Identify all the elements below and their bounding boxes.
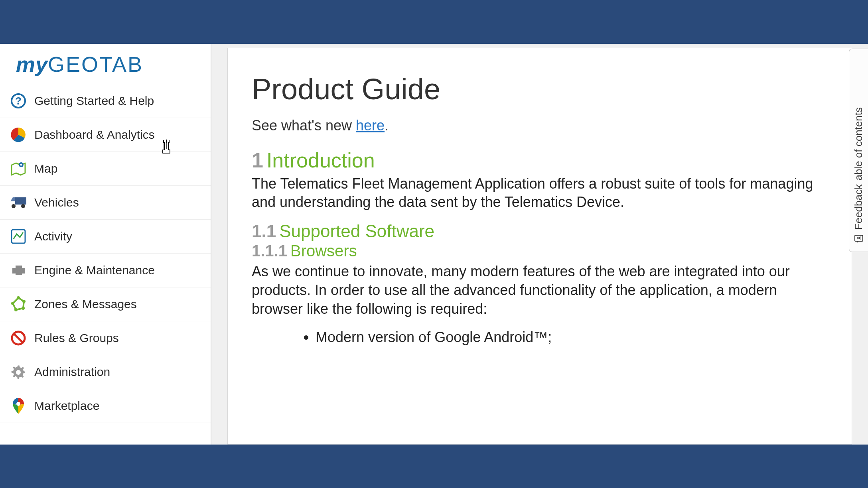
section-1-body: The Telematics Fleet Management Applicat… bbox=[252, 175, 828, 212]
pie-chart-icon bbox=[10, 126, 27, 144]
marketplace-icon bbox=[10, 397, 27, 415]
sidebar-item-label: Activity bbox=[34, 230, 72, 243]
section-number: 1.1 bbox=[252, 221, 276, 241]
prohibit-icon bbox=[10, 329, 27, 347]
section-number: 1.1.1 bbox=[252, 242, 287, 260]
sidebar-item-label: Marketplace bbox=[34, 399, 99, 413]
feedback-tab-label: Feedback bbox=[852, 184, 865, 230]
activity-icon bbox=[10, 228, 27, 245]
section-title: Introduction bbox=[266, 149, 375, 172]
sidebar: myGEOTAB ? Getting Started & Help Dashbo… bbox=[0, 44, 211, 445]
whats-new-link[interactable]: here bbox=[356, 117, 385, 134]
svg-text:?: ? bbox=[15, 95, 22, 107]
svg-point-5 bbox=[12, 204, 16, 208]
help-icon: ? bbox=[10, 92, 27, 110]
section-number: 1 bbox=[252, 149, 263, 172]
sidebar-item-label: Map bbox=[34, 162, 57, 175]
svg-point-11 bbox=[22, 307, 25, 310]
section-title: Supported Software bbox=[279, 221, 434, 241]
sidebar-item-rules[interactable]: Rules & Groups bbox=[0, 321, 211, 355]
sidebar-item-label: Engine & Maintenance bbox=[34, 264, 155, 277]
sidebar-item-label: Administration bbox=[34, 365, 110, 379]
sidebar-item-vehicles[interactable]: Vehicles bbox=[0, 186, 211, 220]
sidebar-item-engine[interactable]: Engine & Maintenance bbox=[0, 254, 211, 287]
sidebar-item-getting-started[interactable]: ? Getting Started & Help bbox=[0, 84, 211, 118]
sidebar-item-zones[interactable]: Zones & Messages bbox=[0, 287, 211, 321]
svg-point-17 bbox=[16, 402, 20, 406]
toc-tab-label: able of contents bbox=[852, 107, 865, 181]
svg-point-13 bbox=[11, 302, 14, 305]
app-frame: myGEOTAB ? Getting Started & Help Dashbo… bbox=[0, 44, 868, 445]
section-1-1-1-heading: 1.1.1Browsers bbox=[252, 242, 828, 260]
sidebar-item-marketplace[interactable]: Marketplace bbox=[0, 389, 211, 423]
feedback-icon bbox=[854, 234, 864, 246]
zones-icon bbox=[10, 295, 27, 313]
truck-icon bbox=[10, 194, 27, 211]
svg-rect-4 bbox=[15, 197, 26, 205]
svg-point-9 bbox=[17, 296, 20, 299]
logo: myGEOTAB bbox=[0, 44, 211, 84]
svg-point-12 bbox=[14, 308, 18, 311]
svg-point-10 bbox=[22, 300, 26, 303]
page-title: Product Guide bbox=[252, 72, 828, 106]
svg-point-6 bbox=[21, 204, 25, 208]
right-side-tab[interactable]: able of contents Feedback bbox=[849, 49, 868, 252]
logo-prefix: my bbox=[16, 52, 48, 76]
section-1-1-heading: 1.1Supported Software bbox=[252, 221, 828, 241]
sidebar-item-label: Getting Started & Help bbox=[34, 94, 154, 108]
sidebar-item-label: Dashboard & Analytics bbox=[34, 128, 155, 142]
whats-new-prefix: See what's new bbox=[252, 117, 356, 134]
sidebar-item-dashboard[interactable]: Dashboard & Analytics bbox=[0, 118, 211, 152]
engine-icon bbox=[10, 262, 27, 279]
sidebar-item-label: Rules & Groups bbox=[34, 331, 119, 345]
svg-point-16 bbox=[16, 370, 21, 375]
sidebar-item-label: Zones & Messages bbox=[34, 297, 137, 311]
logo-suffix: GEOTAB bbox=[48, 52, 143, 76]
sidebar-item-activity[interactable]: Activity bbox=[0, 220, 211, 254]
whats-new-suffix: . bbox=[385, 117, 389, 134]
svg-line-15 bbox=[14, 334, 23, 342]
browser-list: Modern version of Google Android™; bbox=[316, 328, 828, 347]
section-1-heading: 1Introduction bbox=[252, 148, 828, 172]
map-icon bbox=[10, 160, 27, 177]
svg-point-3 bbox=[20, 163, 22, 165]
gear-icon bbox=[10, 363, 27, 381]
section-1-1-1-body: As we continue to innovate, many modern … bbox=[252, 262, 828, 318]
sidebar-item-administration[interactable]: Administration bbox=[0, 355, 211, 389]
sidebar-item-label: Vehicles bbox=[34, 196, 79, 209]
section-title: Browsers bbox=[290, 242, 357, 260]
list-item: Modern version of Google Android™; bbox=[316, 328, 828, 347]
whats-new-line: See what's new here. bbox=[252, 117, 828, 134]
main-content: Product Guide See what's new here. 1Intr… bbox=[227, 48, 852, 445]
sidebar-item-map[interactable]: Map bbox=[0, 152, 211, 186]
